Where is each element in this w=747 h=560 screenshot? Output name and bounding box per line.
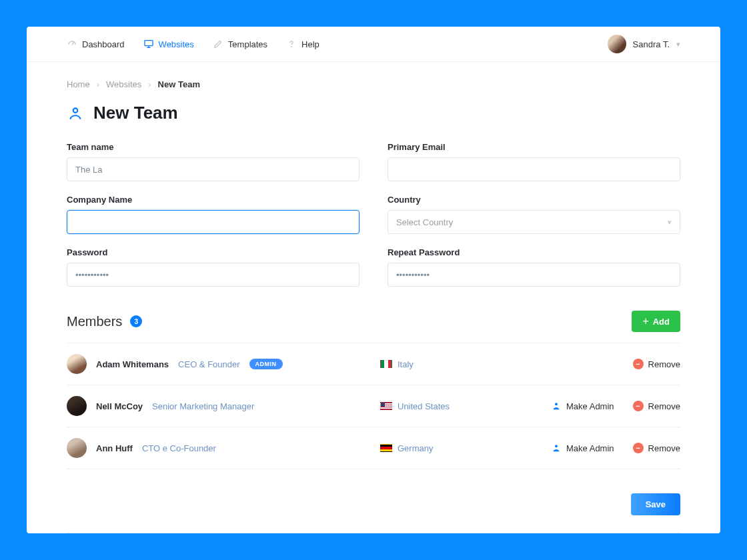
nav-templates[interactable]: Templates — [213, 39, 267, 49]
make-admin-button[interactable]: Make Admin — [551, 401, 614, 411]
nav-label: Templates — [228, 39, 267, 49]
save-button[interactable]: Save — [631, 493, 680, 515]
remove-button[interactable]: − Remove — [633, 401, 680, 411]
top-nav: Dashboard Websites Templates Help — [27, 27, 720, 62]
nav-dashboard[interactable]: Dashboard — [67, 39, 125, 49]
nav-label: Websites — [159, 39, 194, 49]
nav-left: Dashboard Websites Templates Help — [67, 39, 319, 49]
admin-badge: ADMIN — [249, 359, 283, 369]
repeat-password-input[interactable] — [388, 263, 680, 287]
member-actions: Make Admin − Remove — [551, 443, 680, 453]
country-select[interactable]: Select Country ▾ — [388, 210, 680, 234]
user-name: Sandra T. — [633, 39, 670, 49]
country-label: United States — [398, 401, 450, 411]
country-label: Germany — [398, 443, 433, 453]
field-company-name: Company Name — [67, 195, 359, 234]
member-name: Adam Whitemans — [96, 359, 169, 369]
crumb-websites[interactable]: Websites — [106, 79, 141, 89]
flag-us-icon — [380, 402, 392, 410]
make-admin-label: Make Admin — [566, 401, 614, 411]
crumb-home[interactable]: Home — [67, 79, 90, 89]
label-country: Country — [388, 195, 680, 205]
team-name-input[interactable] — [67, 157, 359, 181]
member-name: Ann Huff — [96, 443, 133, 453]
pencil-icon — [213, 39, 223, 49]
user-admin-icon — [551, 443, 562, 453]
select-placeholder: Select Country — [396, 217, 453, 227]
nav-label: Dashboard — [82, 39, 125, 49]
remove-icon: − — [633, 401, 644, 411]
field-primary-email: Primary Email — [388, 142, 680, 181]
question-icon — [286, 39, 297, 49]
label-team-name: Team name — [67, 142, 359, 152]
member-name: Nell McCoy — [96, 401, 143, 411]
user-menu[interactable]: Sandra T. ▾ — [608, 35, 680, 53]
monitor-icon — [143, 39, 154, 49]
remove-icon: − — [633, 359, 644, 369]
chevron-down-icon: ▾ — [668, 218, 672, 227]
members-list: Adam Whitemans CEO & Founder ADMIN Italy… — [67, 343, 680, 469]
form-grid: Team name Primary Email Company Name Cou… — [67, 142, 680, 287]
user-admin-icon — [551, 401, 562, 411]
remove-button[interactable]: − Remove — [633, 359, 680, 369]
svg-point-3 — [555, 403, 558, 405]
members-title-wrap: Members 3 — [67, 314, 142, 329]
field-repeat-password: Repeat Password — [388, 247, 680, 287]
flag-germany-icon — [380, 444, 392, 452]
avatar — [608, 35, 626, 53]
member-actions: Make Admin − Remove — [551, 401, 680, 411]
field-country: Country Select Country ▾ — [388, 195, 680, 234]
member-left: Adam Whitemans CEO & Founder ADMIN — [67, 354, 380, 374]
member-left: Ann Huff CTO e Co-Founder — [67, 438, 380, 458]
member-role: CEO & Founder — [178, 359, 240, 369]
chevron-right-icon: › — [148, 79, 151, 89]
speedometer-icon — [67, 39, 77, 49]
member-country: Italy — [380, 359, 547, 369]
member-left: Nell McCoy Senior Marketing Manager — [67, 396, 380, 416]
avatar — [67, 354, 87, 374]
page-title: New Team — [93, 103, 178, 123]
members-header: Members 3 + Add — [67, 311, 680, 332]
remove-icon: − — [633, 443, 644, 453]
member-role: CTO e Co-Founder — [142, 443, 216, 453]
add-member-button[interactable]: + Add — [632, 311, 680, 332]
primary-email-input[interactable] — [388, 157, 680, 181]
nav-label: Help — [301, 39, 319, 49]
company-name-input[interactable] — [67, 210, 359, 234]
members-count-badge: 3 — [130, 315, 142, 327]
app-window: Dashboard Websites Templates Help — [27, 27, 720, 533]
member-row: Nell McCoy Senior Marketing Manager Unit… — [67, 385, 680, 427]
svg-point-1 — [291, 47, 292, 47]
flag-italy-icon — [380, 360, 392, 368]
chevron-down-icon: ▾ — [676, 40, 680, 49]
member-role: Senior Marketing Manager — [152, 401, 254, 411]
crumb-current: New Team — [158, 79, 200, 89]
member-actions: − Remove — [633, 359, 680, 369]
svg-point-4 — [555, 445, 558, 447]
svg-rect-0 — [145, 41, 153, 46]
label-company-name: Company Name — [67, 195, 359, 205]
remove-label: Remove — [648, 359, 680, 369]
chevron-right-icon: › — [97, 79, 99, 89]
label-password: Password — [67, 247, 359, 257]
members-title: Members — [67, 314, 122, 329]
country-label: Italy — [398, 359, 414, 369]
member-row: Ann Huff CTO e Co-Founder Germany Make A… — [67, 427, 680, 469]
nav-help[interactable]: Help — [286, 39, 319, 49]
remove-label: Remove — [648, 401, 680, 411]
password-input[interactable] — [67, 263, 359, 287]
member-country: Germany — [380, 443, 547, 453]
member-country: United States — [380, 401, 547, 411]
content: Home › Websites › New Team New Team Team… — [27, 62, 720, 533]
user-icon — [67, 105, 84, 122]
field-password: Password — [67, 247, 359, 287]
avatar — [67, 438, 87, 458]
add-label: Add — [653, 317, 670, 327]
make-admin-button[interactable]: Make Admin — [551, 443, 614, 453]
svg-point-2 — [73, 108, 78, 113]
remove-button[interactable]: − Remove — [633, 443, 680, 453]
nav-websites[interactable]: Websites — [143, 39, 194, 49]
member-row: Adam Whitemans CEO & Founder ADMIN Italy… — [67, 343, 680, 385]
field-team-name: Team name — [67, 142, 359, 181]
make-admin-label: Make Admin — [566, 443, 614, 453]
